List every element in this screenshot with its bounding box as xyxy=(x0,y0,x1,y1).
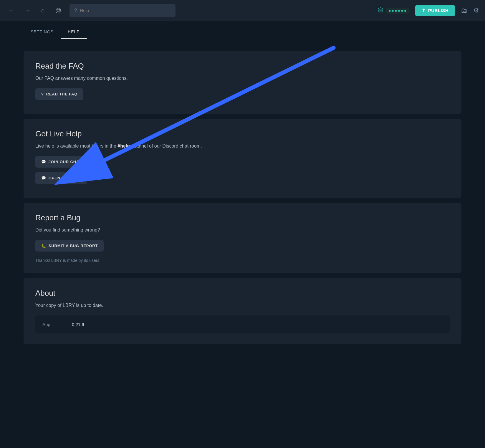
wallet-icon: 🏛 xyxy=(378,7,384,14)
read-faq-label: READ THE FAQ xyxy=(46,92,77,96)
about-app-row: App 0.21.6 xyxy=(42,320,443,329)
live-help-description: Live help is available most hours in the… xyxy=(35,143,450,150)
publish-label: PUBLISH xyxy=(428,8,448,13)
folder-icon[interactable]: 🗂 xyxy=(461,7,467,14)
live-help-desc-suffix: channel of our Discord chat room. xyxy=(130,143,202,148)
search-input[interactable] xyxy=(80,8,171,13)
faq-icon: ? xyxy=(41,92,44,96)
settings-icon[interactable]: ⚙ xyxy=(473,7,479,14)
wallet-area: 🏛 ●●●●●● xyxy=(378,7,409,14)
join-chat-button[interactable]: 💬 JOIN OUR CHAT xyxy=(35,156,87,168)
about-title: About xyxy=(35,289,450,298)
home-button[interactable]: ⌂ xyxy=(39,5,47,16)
search-question-icon: ? xyxy=(74,8,77,13)
join-chat-icon: 💬 xyxy=(41,160,46,164)
about-app-label: App xyxy=(42,322,60,327)
thanks-text: Thanks! LBRY is made by its users. xyxy=(35,258,450,263)
bug-icon: 🐛 xyxy=(41,244,46,248)
faq-card: Read the FAQ Our FAQ answers many common… xyxy=(24,51,461,114)
main-content: Read the FAQ Our FAQ answers many common… xyxy=(0,39,485,356)
tab-help[interactable]: HELP xyxy=(61,24,87,39)
bug-card: Report a Bug Did you find something wron… xyxy=(24,203,461,273)
at-button[interactable]: @ xyxy=(53,5,64,16)
submit-bug-button[interactable]: 🐛 SUBMIT A BUG REPORT xyxy=(35,240,104,252)
live-help-desc-prefix: Live help is available most hours in the xyxy=(35,143,117,148)
about-card: About Your copy of LBRY is up to date. A… xyxy=(24,278,461,344)
about-description: Your copy of LBRY is up to date. xyxy=(35,302,450,309)
open-log-icon: 💬 xyxy=(41,176,46,180)
about-app-version: 0.21.6 xyxy=(72,322,84,327)
forward-button[interactable]: → xyxy=(22,5,33,16)
navbar: ← → ⌂ @ ? 🏛 ●●●●●● ⬆ PUBLISH 🗂 ⚙ xyxy=(0,0,485,21)
live-help-channel: #help xyxy=(117,143,130,148)
about-table: App 0.21.6 xyxy=(35,315,450,333)
bug-title: Report a Bug xyxy=(35,213,450,222)
join-chat-label: JOIN OUR CHAT xyxy=(49,160,82,164)
back-button[interactable]: ← xyxy=(6,5,16,16)
read-faq-button[interactable]: ? READ THE FAQ xyxy=(35,88,83,100)
bug-description: Did you find something wrong? xyxy=(35,227,450,234)
wallet-amount: ●●●●●● xyxy=(386,8,409,14)
faq-title: Read the FAQ xyxy=(35,62,450,71)
tabbar: SETTINGS HELP xyxy=(0,24,485,39)
publish-icon: ⬆ xyxy=(422,8,426,13)
faq-description: Our FAQ answers many common questions. xyxy=(35,75,450,82)
publish-button[interactable]: ⬆ PUBLISH xyxy=(415,5,455,16)
open-log-button[interactable]: 💬 OPEN LOG FILE xyxy=(35,172,87,184)
live-help-title: Get Live Help xyxy=(35,129,450,138)
open-log-label: OPEN LOG FILE xyxy=(49,176,81,180)
tab-settings[interactable]: SETTINGS xyxy=(24,24,61,39)
search-bar: ? xyxy=(69,4,176,17)
submit-bug-label: SUBMIT A BUG REPORT xyxy=(49,244,98,248)
live-help-card: Get Live Help Live help is available mos… xyxy=(24,119,461,198)
live-help-buttons: 💬 JOIN OUR CHAT 💬 OPEN LOG FILE xyxy=(35,156,450,187)
